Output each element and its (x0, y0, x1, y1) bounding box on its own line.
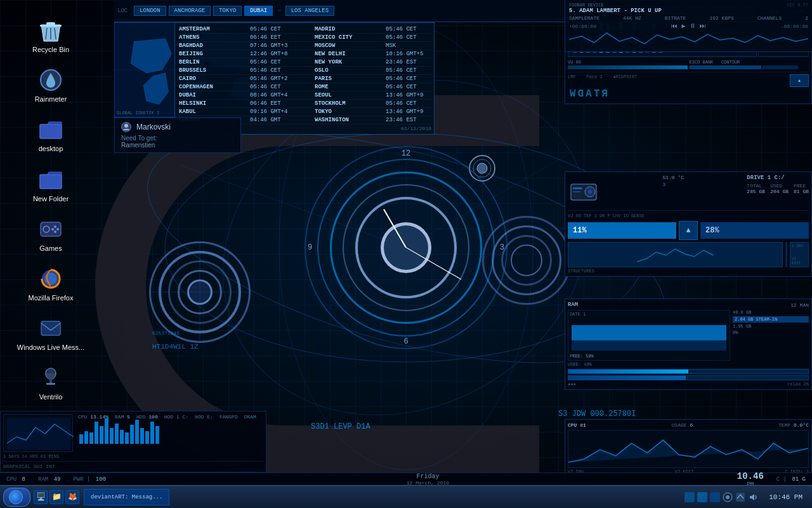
clock-city-2: ROME (315, 84, 365, 90)
ram-slider-btns: ●●● relax 2% (568, 382, 809, 387)
hdd-panel: 51.0 °C 3 DRIVE 1 C:/ TOTAL 285 GB USED … (565, 171, 812, 277)
hud-pwr-label: PWR | (73, 476, 90, 483)
recycle-bin-label: Recycle Bin (32, 46, 69, 54)
hdd-details: DRIVE 1 C:/ TOTAL 285 GB USED 204 GB FRE… (747, 175, 809, 194)
svg-point-52 (588, 190, 592, 194)
pct-bars-row: 11% ▲ 28% (568, 221, 809, 240)
playback-controls[interactable]: ⏮ ▶ ⏸ ⏭ (671, 22, 705, 30)
hud-datetime: Friday 12 March, 2010 (407, 473, 449, 486)
total-val: 285 GB (747, 189, 765, 194)
clock-time-2: 23:46 EST (386, 117, 430, 123)
note-panel: Markovski Need To get: Ramenstien (114, 117, 241, 153)
ventrilo-image (38, 365, 63, 391)
hud-pwr-val: 100 (96, 476, 106, 483)
arrow-up-btn[interactable]: ▲ (679, 221, 698, 240)
ql-btn-3[interactable]: 🦊 (65, 490, 79, 504)
clock-time-1: 06:46 EET (250, 100, 294, 107)
nav-tokyo[interactable]: TOKYO (213, 6, 242, 16)
play-btn[interactable]: ▶ (681, 22, 685, 30)
gauge-svg (149, 241, 251, 343)
ram-gauge-area: FREE: 50% DATE 1 (568, 310, 730, 361)
cpu-usage-group: USAGE 6 (672, 422, 693, 428)
cpu-ram-val: 5 (127, 414, 130, 420)
rainmeter-icon[interactable]: Rainmeter (0, 62, 102, 109)
clock-entry-row: ATHENS 06:46 EET MEXICO CITY 05:46 CET (178, 34, 431, 42)
next-btn[interactable]: ⏭ (700, 22, 706, 30)
cpu-chart (568, 430, 809, 468)
pause-btn[interactable]: ⏸ (690, 22, 696, 30)
clock-time-1: 05:46 GMT+2 (250, 76, 294, 82)
clock-time-2: 13:46 GMT+9 (386, 92, 430, 98)
left-gauge (149, 241, 251, 343)
firefox-icon[interactable]: Mozilla Firefox (0, 261, 102, 307)
hud-ram: RAM 49 (38, 476, 60, 483)
vinv-side: V INV VI EDIT (790, 242, 809, 267)
used-row: USED: 49% (568, 362, 809, 367)
clock-city-1: DUBAI (179, 92, 230, 98)
start-button[interactable] (3, 488, 30, 507)
nav-london[interactable]: LONDON (134, 6, 166, 16)
taskbar-app-btn[interactable]: deviantART: Messag... (84, 489, 169, 505)
cpu-pct-row: CPU 13.14% (78, 414, 108, 420)
games-image (38, 217, 63, 242)
mini-bar-item (89, 432, 93, 444)
loc-label: LOC (117, 8, 128, 14)
nav-dubai[interactable]: DUBAI (244, 6, 273, 16)
hdd-size-display: 3 (662, 182, 684, 187)
clock-city-1: AMSTERDAM (179, 26, 230, 32)
ql-btn-2[interactable]: 📁 (49, 490, 63, 504)
ram-prog-fill-1 (568, 370, 688, 373)
hdd-free: FREE 81 GB (794, 183, 809, 194)
total-label: TOTAL (747, 183, 765, 189)
ventrilo-icon[interactable]: Ventrilo (0, 360, 102, 406)
note-name: Markovski (136, 123, 171, 131)
center-clock: 12 3 6 9 (304, 146, 508, 349)
system-tray (680, 492, 763, 502)
ram-sliders: ●●● relax 2% (568, 369, 809, 387)
waveform-display (569, 30, 808, 49)
mini-bar-item (100, 426, 103, 444)
desktop-folder-icon[interactable]: desktop (0, 112, 102, 158)
mini-bar-item (110, 428, 114, 444)
svg-rect-18 (40, 175, 62, 189)
time-remaining: -00:00:00 (781, 23, 808, 29)
recycle-bin-icon[interactable]: Recycle Bin (0, 13, 102, 59)
games-icon[interactable]: Games (0, 211, 102, 258)
ram-fill (572, 325, 726, 340)
clock-city-1: BEIJING (179, 51, 230, 57)
clock-entry-row: AMSTERDAM 05:46 CET MADRID 05:46 CET (178, 25, 431, 34)
clock-city-1: BRUSSELS (179, 67, 230, 74)
svg-rect-54 (573, 191, 580, 192)
mini-bar-item (105, 418, 108, 444)
ram-row-4: 0% (733, 330, 809, 335)
prev-btn[interactable]: ⏮ (671, 22, 678, 30)
graphical-gui-row: GRAPHICAL GUI INT (3, 461, 263, 469)
ql-btn-1[interactable]: 🖥️ (34, 490, 48, 504)
windows-live-icon[interactable]: Windows Live Mess... (0, 311, 102, 357)
slider-btn-1[interactable]: ●●● (568, 382, 576, 387)
clock-time-2: 05:46 CET (386, 67, 430, 74)
nav-la[interactable]: LOS ANGELES (285, 6, 334, 16)
up-btn[interactable]: ▲ (790, 74, 809, 87)
clock-time-1: 05:46 CET (250, 59, 294, 65)
svg-rect-55 (7, 418, 70, 450)
taskbar-clock[interactable]: 10:46 PM (763, 493, 809, 501)
used-val: 204 GB (770, 189, 789, 194)
note-header: Markovski (121, 122, 234, 132)
thumb-panel-1 (3, 414, 73, 452)
hdd3-row: HOD E: (195, 414, 213, 420)
mini-bar-item (125, 432, 129, 444)
mini-bar-item (120, 430, 124, 444)
desktop-folder-image (38, 117, 63, 142)
nav-anchorage[interactable]: ANCHORAGE (169, 6, 211, 16)
clock-time-2: 05:46 CET (386, 100, 430, 107)
clock-city-2: SEOUL (315, 92, 365, 98)
vic-label: VIC 0.77 (787, 3, 808, 8)
used-label: USED (770, 183, 789, 189)
new-folder-icon[interactable]: New Folder (0, 162, 102, 208)
svg-point-57 (726, 495, 730, 499)
cpu-ram-lbl: RAM (115, 414, 124, 420)
tray-volume[interactable] (748, 492, 758, 502)
hud-pwr: PWR | 100 (73, 476, 106, 483)
hdd-tef: TEF (584, 213, 592, 218)
